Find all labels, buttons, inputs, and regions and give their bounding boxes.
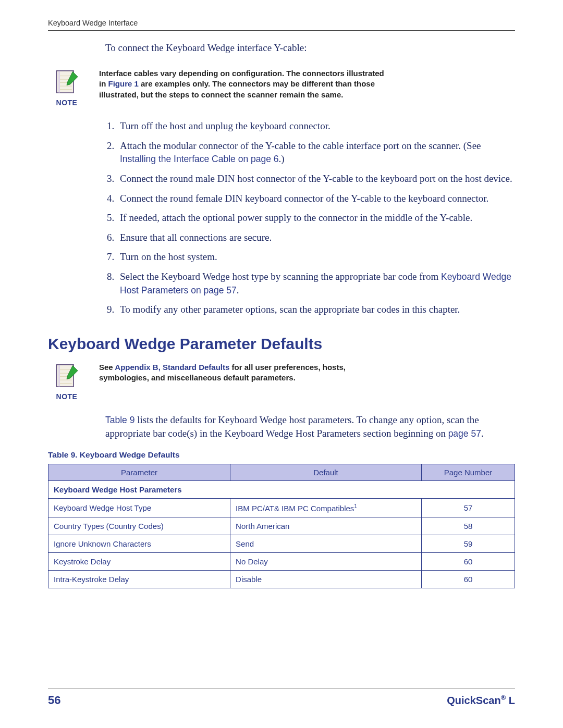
step-item: Attach the modular connector of the Y-ca… [117, 139, 515, 166]
cell-page-link[interactable]: 59 [421, 535, 515, 553]
note-icon-column: NOTE [48, 68, 85, 107]
table-row: Intra-Keystroke Delay Disable 60 [48, 571, 515, 588]
note-label: NOTE [56, 392, 78, 401]
footnote-sup: 1 [354, 503, 357, 509]
steps-list: Turn off the host and unplug the keyboar… [117, 119, 515, 316]
step-text: . [237, 285, 239, 295]
cell-page-link[interactable]: 57 [421, 499, 515, 517]
cell-default: Send [230, 535, 422, 553]
cell-param: Intra-Keystroke Delay [48, 571, 230, 588]
appendix-link[interactable]: Appendix B, Standard Defaults [115, 363, 229, 372]
page-ref-link[interactable]: page 57 [448, 428, 481, 439]
cell-default: North American [230, 517, 422, 535]
cell-param: Keyboard Wedge Host Type [48, 499, 230, 517]
step-item: Select the Keyboard Wedge host type by s… [117, 270, 515, 297]
note-block: NOTE See Appendix B, Standard Defaults f… [48, 362, 515, 401]
page-number: 56 [48, 694, 60, 707]
table-ref-link[interactable]: Table 9 [105, 415, 134, 425]
section-heading: Keyboard Wedge Parameter Defaults [48, 335, 515, 353]
product-name-part-b: L [506, 695, 515, 706]
step-text: Attach the modular connector of the Y-ca… [120, 140, 481, 151]
cell-default: IBM PC/AT& IBM PC Compatibles1 [230, 499, 422, 517]
step-item: Connect the round female DIN keyboard co… [117, 192, 515, 205]
table-caption: Table 9. Keyboard Wedge Defaults [48, 450, 515, 460]
cell-default: Disable [230, 571, 422, 588]
cell-page-link[interactable]: 60 [421, 553, 515, 571]
cell-default-text: IBM PC/AT& IBM PC Compatibles [236, 504, 354, 513]
defaults-table: Parameter Default Page Number Keyboard W… [48, 464, 515, 588]
step-text: .) [279, 153, 285, 164]
figure-link[interactable]: Figure 1 [108, 79, 139, 88]
note-icon [53, 362, 80, 389]
product-name-part-a: QuickScan [447, 695, 500, 706]
body-paragraph: Table 9 lists the defaults for Keyboard … [105, 413, 501, 440]
body-text: . [481, 428, 484, 439]
cell-param: Country Types (Country Codes) [48, 517, 230, 535]
note-text-part-b: are examples only. The connectors may be… [99, 79, 375, 98]
table-section-row: Keyboard Wedge Host Parameters [48, 481, 515, 499]
step-text: Select the Keyboard Wedge host type by s… [120, 271, 441, 282]
table-row: Keyboard Wedge Host Type IBM PC/AT& IBM … [48, 499, 515, 517]
intro-text: To connect the Keyboard Wedge interface … [105, 42, 515, 54]
cell-page-link[interactable]: 60 [421, 571, 515, 588]
cell-default: No Delay [230, 553, 422, 571]
page: Keyboard Wedge Interface To connect the … [0, 0, 563, 728]
product-name: QuickScan® L [447, 694, 515, 707]
table-row: Ignore Unknown Characters Send 59 [48, 535, 515, 553]
step-item: Turn on the host system. [117, 250, 515, 264]
installing-cable-link[interactable]: Installing the Interface Cable on page 6 [120, 154, 279, 164]
note-icon [53, 68, 80, 95]
table-row: Keystroke Delay No Delay 60 [48, 553, 515, 571]
step-item: If needed, attach the optional power sup… [117, 211, 515, 225]
step-item: Turn off the host and unplug the keyboar… [117, 119, 515, 133]
step-item: Ensure that all connections are secure. [117, 231, 515, 244]
table-row: Country Types (Country Codes) North Amer… [48, 517, 515, 535]
note-block: NOTE Interface cables vary depending on … [48, 68, 515, 107]
page-footer: 56 QuickScan® L [48, 688, 515, 707]
note-label: NOTE [56, 98, 78, 107]
col-header-parameter: Parameter [48, 464, 230, 481]
cell-page-link[interactable]: 58 [421, 517, 515, 535]
col-header-default: Default [230, 464, 422, 481]
table-section-cell: Keyboard Wedge Host Parameters [48, 481, 515, 499]
cell-param: Keystroke Delay [48, 553, 230, 571]
registered-mark: ® [501, 694, 506, 701]
note-text: See Appendix B, Standard Defaults for al… [99, 362, 391, 384]
running-head: Keyboard Wedge Interface [48, 19, 515, 31]
note-text: Interface cables vary depending on confi… [99, 68, 391, 100]
step-item: Connect the round male DIN host connecto… [117, 172, 515, 186]
col-header-page: Page Number [421, 464, 515, 481]
table-header-row: Parameter Default Page Number [48, 464, 515, 481]
note-text-part-a: See [99, 363, 115, 372]
body-text: lists the defaults for Keyboard Wedge ho… [105, 414, 479, 439]
cell-param: Ignore Unknown Characters [48, 535, 230, 553]
step-item: To modify any other parameter options, s… [117, 303, 515, 316]
note-icon-column: NOTE [48, 362, 85, 401]
